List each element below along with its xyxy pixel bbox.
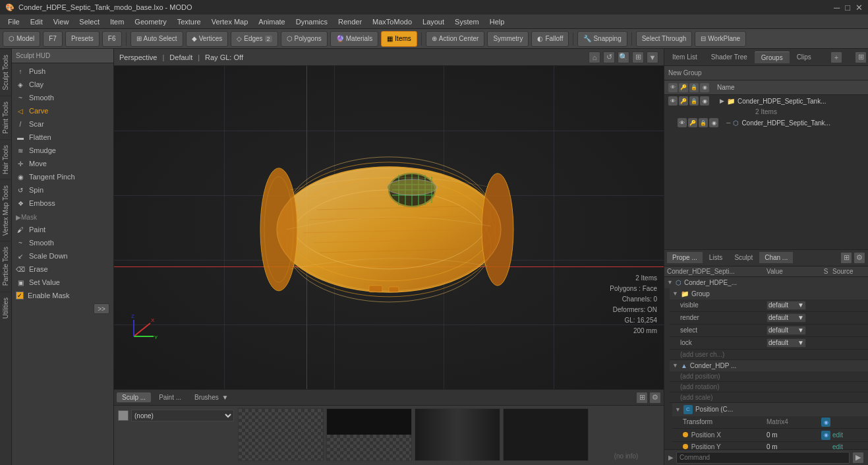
sub-vis[interactable]: ◉ xyxy=(709,118,718,127)
group-row-vis[interactable]: ◉ xyxy=(700,96,709,106)
enable-mask-tool[interactable]: ✓ Enable Mask xyxy=(12,289,113,302)
viewport-maximize-button[interactable]: ⊞ xyxy=(632,51,644,63)
groups-tab[interactable]: Groups xyxy=(755,51,790,63)
carve-tool[interactable]: ◁ Carve xyxy=(12,104,113,117)
menu-vertex-map[interactable]: Vertex Map xyxy=(206,16,254,27)
erase-tool[interactable]: ⌫ Erase xyxy=(12,263,113,276)
title-bar-controls[interactable]: ─ □ ✕ xyxy=(834,3,863,13)
sub-lock[interactable]: 🔒 xyxy=(699,118,708,127)
group-key-icon[interactable]: 🔑 xyxy=(679,83,688,92)
smudge-tool[interactable]: ≋ Smudge xyxy=(12,144,113,157)
group-header[interactable]: ▼ 📁 Group xyxy=(670,288,868,299)
tangent-pinch-tool[interactable]: ◉ Tangent Pinch xyxy=(12,170,113,183)
menu-dynamics[interactable]: Dynamics xyxy=(291,16,333,27)
set-value-tool[interactable]: ▣ Set Value xyxy=(12,276,113,289)
material-dropdown[interactable]: (none) xyxy=(131,410,234,421)
action-center-button[interactable]: ⊕ Action Center xyxy=(426,31,485,47)
lists-tab[interactable]: Lists xyxy=(704,252,728,263)
vp-bottom-settings[interactable]: ⚙ xyxy=(649,392,661,404)
clay-tool[interactable]: ◈ Clay xyxy=(12,78,113,91)
menu-layout[interactable]: Layout xyxy=(417,16,449,27)
pos-y-value[interactable]: 0 m xyxy=(767,443,819,450)
minimize-button[interactable]: ─ xyxy=(834,3,840,13)
brushes-tab[interactable]: Brushes ▼ xyxy=(189,392,233,402)
render-dropdown[interactable]: default ▼ xyxy=(767,313,806,323)
ray-gl-label[interactable]: Ray GL: Off xyxy=(205,53,243,61)
select-through-button[interactable]: Select Through xyxy=(636,31,693,47)
menu-view[interactable]: View xyxy=(48,16,74,27)
command-execute-button[interactable]: ▶ xyxy=(852,452,864,464)
pos-x-value[interactable]: 0 m xyxy=(767,431,819,439)
sculpt-hud-button[interactable]: Sculpt HUD xyxy=(12,49,113,63)
group-vis-icon[interactable]: ◉ xyxy=(700,83,709,92)
menu-animate[interactable]: Animate xyxy=(253,16,290,27)
pos-x-edit[interactable]: edit xyxy=(832,431,865,439)
mesh-header[interactable]: ▼ ▲ Conder_HDP ... xyxy=(670,360,868,371)
group-row-lock[interactable]: 🔒 xyxy=(689,96,699,106)
emboss-tool[interactable]: ❖ Emboss xyxy=(12,197,113,210)
close-button[interactable]: ✕ xyxy=(855,3,863,13)
menu-file[interactable]: File xyxy=(3,16,25,27)
group-eye-icon[interactable]: 👁 xyxy=(668,83,678,92)
command-input[interactable] xyxy=(676,452,850,464)
materials-button[interactable]: 🔮 Materials xyxy=(330,31,379,47)
particle-tools-tab[interactable]: Particle Tools xyxy=(0,241,11,291)
snapping-button[interactable]: 🔧 Snapping xyxy=(577,31,627,47)
mode-model-button[interactable]: ⬡ Model xyxy=(3,31,40,47)
auto-select-button[interactable]: ⊞ Auto Select xyxy=(130,31,183,47)
hair-tools-tab[interactable]: Hair Tools xyxy=(0,139,11,179)
menu-maxtomodo[interactable]: MaxToModo xyxy=(367,16,417,27)
right-panel-add[interactable]: + xyxy=(830,51,842,63)
mode-f6-button[interactable]: F6 xyxy=(102,31,122,47)
sculpt-prop-tab[interactable]: Sculpt xyxy=(729,252,758,263)
viewport-home-button[interactable]: ⌂ xyxy=(589,51,600,63)
group-sub-item[interactable]: 👁 🔑 🔒 ◉ ─ ⬡ Conder_HDPE_Septic_Tank... xyxy=(664,117,868,129)
paint-tools-tab[interactable]: Paint Tools xyxy=(0,96,11,139)
pos-y-edit[interactable]: edit xyxy=(832,443,865,450)
pos-x-s-icon[interactable]: ◉ xyxy=(821,431,830,440)
viewport-options-button[interactable]: ▼ xyxy=(647,51,658,63)
menu-texture[interactable]: Texture xyxy=(172,16,206,27)
group-lock-icon[interactable]: 🔒 xyxy=(689,83,699,92)
menu-item[interactable]: Item xyxy=(105,16,129,27)
presets-button[interactable]: Presets xyxy=(65,31,100,47)
item-list-tab[interactable]: Item List xyxy=(666,51,704,63)
mask-smooth-tool[interactable]: ~ Smooth xyxy=(12,236,113,249)
menu-render[interactable]: Render xyxy=(333,16,367,27)
sculpt-tab[interactable]: Sculp ... xyxy=(117,392,151,402)
props-settings[interactable]: ⚙ xyxy=(854,252,865,264)
mask-scale-down-tool[interactable]: ↙ Scale Down xyxy=(12,249,113,263)
position-header[interactable]: ▼ C Position (C... xyxy=(672,403,868,416)
spin-tool[interactable]: ↺ Spin xyxy=(12,183,113,197)
viewport-search-button[interactable]: 🔍 xyxy=(618,51,629,63)
vertices-button[interactable]: ◆ Vertices xyxy=(186,31,229,47)
menu-help[interactable]: Help xyxy=(484,16,510,27)
chan-tab[interactable]: Chan ... xyxy=(759,252,793,263)
visible-dropdown[interactable]: default ▼ xyxy=(767,301,806,310)
mask-paint-tool[interactable]: 🖌 Paint xyxy=(12,223,113,236)
default-label[interactable]: Default xyxy=(169,53,192,61)
transform-s-icon[interactable]: ◉ xyxy=(821,418,830,427)
expand-button[interactable]: >> xyxy=(12,302,113,315)
utilities-tab[interactable]: Utilities xyxy=(0,292,11,324)
menu-edit[interactable]: Edit xyxy=(25,16,48,27)
vp-bottom-expand[interactable]: ⊞ xyxy=(636,392,648,404)
select-dropdown[interactable]: default ▼ xyxy=(767,326,806,335)
new-group-bar[interactable]: New Group xyxy=(664,66,868,80)
viewport-refresh-button[interactable]: ↺ xyxy=(603,51,615,63)
menu-select[interactable]: Select xyxy=(74,16,105,27)
flatten-tool[interactable]: ▬ Flatten xyxy=(12,131,113,144)
group-item[interactable]: 👁 🔑 🔒 ◉ ▶ 📁 Conder_HDPE_Septic_Tank... xyxy=(664,95,868,107)
workplane-button[interactable]: ⊟ WorkPlane xyxy=(695,31,746,47)
group-row-eye[interactable]: 👁 xyxy=(668,96,678,106)
expand-icon[interactable]: >> xyxy=(94,303,109,314)
move-tool[interactable]: ✛ Move xyxy=(12,157,113,170)
lock-dropdown[interactable]: default ▼ xyxy=(767,338,806,348)
paint-tab[interactable]: Paint ... xyxy=(154,392,187,402)
sub-eye[interactable]: 👁 xyxy=(678,118,687,127)
polygons-button[interactable]: ⬡ Polygons xyxy=(281,31,328,47)
props-expand[interactable]: ⊞ xyxy=(840,252,852,264)
clips-tab[interactable]: Clips xyxy=(790,51,818,63)
root-header[interactable]: ▼ ⬡ Conder_HDPE_... xyxy=(664,277,868,288)
shader-tree-tab[interactable]: Shader Tree xyxy=(705,51,754,63)
